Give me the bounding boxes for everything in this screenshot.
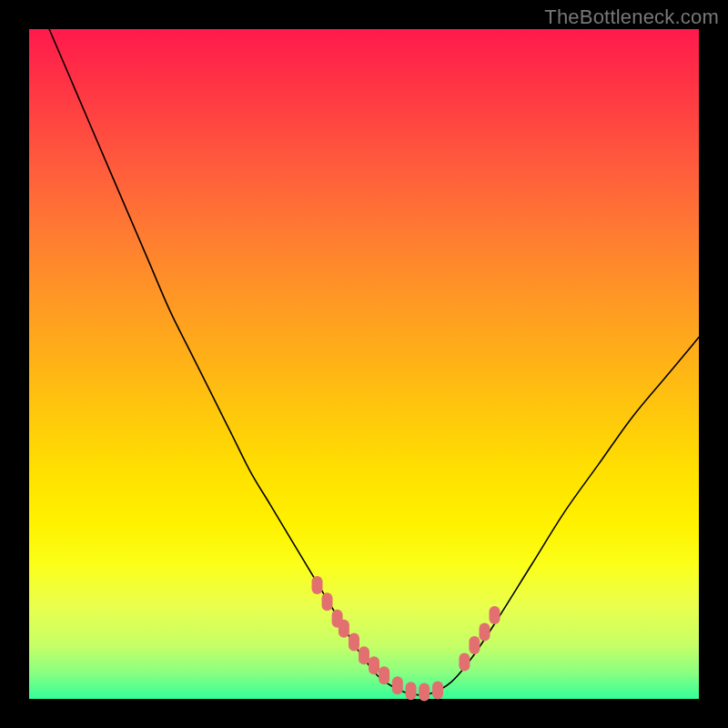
marker-dot <box>359 646 369 664</box>
highlight-markers <box>312 576 500 702</box>
marker-dot <box>419 683 430 702</box>
marker-dot <box>379 666 389 684</box>
marker-dot <box>339 620 349 638</box>
marker-dot <box>480 622 490 641</box>
chart-frame: TheBottleneck.com <box>0 0 728 728</box>
plot-area <box>29 29 699 699</box>
curve-layer <box>29 29 699 699</box>
marker-dot <box>406 682 417 700</box>
marker-dot <box>312 576 323 594</box>
marker-dot <box>349 632 359 651</box>
bottleneck-curve <box>49 29 699 695</box>
marker-dot <box>432 681 443 699</box>
marker-dot <box>469 636 480 654</box>
marker-dot <box>392 676 403 694</box>
marker-dot <box>490 606 500 624</box>
watermark-text: TheBottleneck.com <box>544 5 719 29</box>
marker-dot <box>322 592 333 611</box>
marker-dot <box>369 656 379 674</box>
marker-dot <box>459 653 470 672</box>
